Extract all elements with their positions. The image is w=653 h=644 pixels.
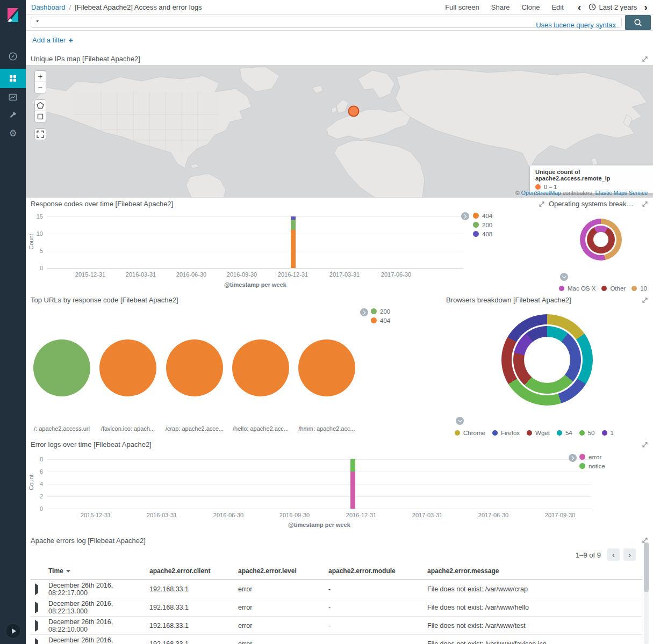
legend-dot bbox=[579, 430, 585, 436]
y-tick: 0 bbox=[29, 505, 43, 512]
pie-root-url[interactable] bbox=[33, 339, 90, 396]
time-back-button[interactable]: ‹ bbox=[578, 2, 582, 12]
pie-favicon[interactable] bbox=[99, 339, 156, 396]
row-expand-icon[interactable] bbox=[35, 583, 38, 595]
map-expand-icon[interactable] bbox=[642, 56, 648, 64]
legend-item-firefox[interactable]: Firefox bbox=[492, 428, 520, 437]
sidebar-item-timelion[interactable] bbox=[0, 88, 26, 106]
x-axis-line bbox=[47, 268, 463, 269]
y-axis-label: Count bbox=[28, 466, 34, 498]
legend-toggle-icon[interactable] bbox=[456, 417, 464, 425]
x-tick: 2017-03-31 bbox=[320, 271, 369, 278]
legend-item-408[interactable]: 408 bbox=[473, 229, 492, 238]
cell-time: December 26th 2016, 08:22:13.000 bbox=[48, 600, 149, 615]
legend-label: Firefox bbox=[501, 430, 520, 436]
legend-toggle-icon[interactable] bbox=[461, 212, 469, 220]
browsers-donut-chart[interactable] bbox=[501, 314, 593, 406]
add-filter-link[interactable]: Add a filter bbox=[32, 36, 66, 44]
legend-item-404[interactable]: 404 bbox=[371, 316, 390, 325]
legend-item-error[interactable]: error bbox=[579, 452, 605, 461]
legend-toggle-icon[interactable] bbox=[360, 308, 368, 316]
column-header-time[interactable]: Time bbox=[48, 567, 149, 575]
row-expand-icon[interactable] bbox=[35, 602, 38, 613]
search-query-input[interactable]: * Uses lucene query syntax bbox=[31, 17, 622, 28]
pie-hello[interactable] bbox=[232, 339, 289, 396]
cell-level: error bbox=[238, 622, 328, 629]
legend-item-chrome[interactable]: Chrome bbox=[455, 428, 485, 437]
edit-button[interactable]: Edit bbox=[551, 3, 563, 11]
column-header-module[interactable]: apache2.error.module bbox=[328, 567, 427, 575]
x-tick: 2017-06-30 bbox=[372, 271, 420, 278]
time-range-button[interactable]: Last 2 years bbox=[589, 3, 637, 11]
response-codes-panel-title: Response codes over time [Filebeat Apach… bbox=[31, 200, 173, 208]
x-tick: 2016-12-31 bbox=[337, 512, 385, 518]
sidebar-item-management[interactable]: ⚙ bbox=[0, 124, 26, 142]
legend-item-404[interactable]: 404 bbox=[473, 211, 492, 220]
lucene-syntax-link[interactable]: Uses lucene query syntax bbox=[536, 19, 616, 31]
pie-hmm[interactable] bbox=[298, 339, 355, 396]
draw-polygon-button[interactable] bbox=[34, 99, 46, 111]
table-row: December 26th 2016, 08:22:13.000 192.168… bbox=[31, 598, 642, 616]
bar-200[interactable] bbox=[291, 220, 296, 230]
os-expand-icon[interactable] bbox=[642, 201, 648, 209]
os-donut-chart[interactable] bbox=[580, 219, 622, 261]
column-header-level[interactable]: apache2.error.level bbox=[238, 567, 328, 575]
legend-toggle-icon[interactable] bbox=[560, 273, 568, 281]
unique-ips-map[interactable]: + − Unique count of apa bbox=[26, 65, 653, 198]
response-codes-expand-icon[interactable] bbox=[539, 201, 545, 209]
clone-button[interactable]: Clone bbox=[521, 3, 540, 11]
openstreetmap-link[interactable]: OpenStreetMap bbox=[521, 190, 561, 196]
fit-data-bounds-button[interactable] bbox=[34, 128, 46, 140]
bar-error[interactable] bbox=[350, 472, 355, 509]
browsers-expand-icon[interactable] bbox=[642, 297, 648, 305]
legend-item-54[interactable]: 54 bbox=[557, 428, 572, 437]
time-forward-button[interactable]: › bbox=[644, 2, 648, 12]
legend-item-other[interactable]: Other bbox=[601, 284, 626, 293]
pie-crap[interactable] bbox=[166, 339, 223, 396]
cell-level: error bbox=[238, 585, 328, 593]
elastic-maps-service-link[interactable]: Elastic Maps Service bbox=[595, 190, 648, 196]
legend-item-macosx[interactable]: Mac OS X bbox=[559, 284, 595, 293]
draw-rectangle-button[interactable] bbox=[34, 111, 46, 122]
cell-client: 192.168.33.1 bbox=[149, 622, 238, 629]
error-logs-legend: error notice bbox=[579, 452, 605, 471]
pagination-next-button[interactable]: › bbox=[623, 548, 636, 561]
play-icon bbox=[12, 628, 16, 634]
pagination-prev-button[interactable]: ‹ bbox=[607, 548, 620, 561]
legend-item-10[interactable]: 10 bbox=[632, 284, 647, 293]
filter-bar: Add a filter + bbox=[26, 31, 653, 49]
table-scrollbar-thumb[interactable] bbox=[644, 542, 649, 592]
legend-toggle-icon[interactable] bbox=[569, 454, 577, 462]
column-header-client[interactable]: apache2.error.client bbox=[149, 567, 238, 575]
legend-item-wget[interactable]: Wget bbox=[527, 428, 550, 437]
map-zoom-controls: + − bbox=[34, 70, 46, 93]
breadcrumb-dashboard-link[interactable]: Dashboard bbox=[31, 3, 66, 11]
legend-item-notice[interactable]: notice bbox=[579, 461, 605, 471]
zoom-out-button[interactable]: − bbox=[34, 82, 46, 93]
legend-item-50[interactable]: 50 bbox=[579, 428, 595, 437]
kibana-dashboard: ⚙ Dashboard / [Filebeat Apache2] Access … bbox=[0, 0, 653, 644]
row-expand-icon[interactable] bbox=[35, 638, 38, 644]
legend-label: 1 bbox=[611, 430, 614, 436]
x-axis-line bbox=[47, 509, 591, 509]
share-button[interactable]: Share bbox=[491, 3, 510, 11]
sidebar-item-dashboard[interactable] bbox=[0, 69, 26, 88]
legend-item-1[interactable]: 1 bbox=[602, 428, 614, 437]
search-button[interactable] bbox=[625, 15, 651, 30]
row-expand-icon[interactable] bbox=[35, 620, 38, 632]
map-marker-germany[interactable] bbox=[349, 106, 359, 117]
kibana-logo[interactable] bbox=[5, 6, 20, 24]
column-header-message[interactable]: apache2.error.message bbox=[427, 567, 642, 575]
legend-item-200[interactable]: 200 bbox=[371, 307, 390, 316]
sidebar-item-dev-tools[interactable] bbox=[0, 106, 26, 124]
zoom-in-button[interactable]: + bbox=[34, 70, 46, 82]
legend-dot bbox=[632, 286, 637, 291]
error-logs-expand-icon[interactable] bbox=[642, 442, 648, 450]
full-screen-button[interactable]: Full screen bbox=[445, 3, 479, 11]
bar-404[interactable] bbox=[291, 230, 296, 268]
legend-item-200[interactable]: 200 bbox=[473, 220, 492, 229]
collapse-sidebar-button[interactable] bbox=[5, 623, 21, 639]
sidebar-item-discover[interactable] bbox=[0, 47, 26, 66]
bar-notice[interactable] bbox=[350, 459, 355, 472]
add-filter-plus-icon[interactable]: + bbox=[68, 35, 73, 45]
